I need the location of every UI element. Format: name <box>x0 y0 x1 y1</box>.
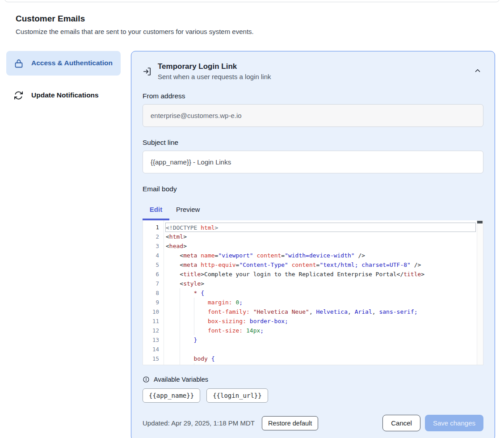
available-variables-label: Available Variables <box>154 376 208 383</box>
panel-subtitle: Sent when a user requests a login link <box>158 73 466 80</box>
editor-gutter: 12345678910111213141516 <box>143 220 164 365</box>
line-number: 4 <box>143 251 164 260</box>
email-body-label: Email body <box>143 185 483 193</box>
line-number: 9 <box>143 298 164 307</box>
refresh-icon <box>13 90 24 101</box>
line-number: 5 <box>143 260 164 270</box>
panel-header: Temporary Login Link Sent when a user re… <box>143 62 483 80</box>
page-description: Customize the emails that are sent to yo… <box>16 28 504 35</box>
chevron-up-icon <box>474 69 482 76</box>
cancel-button[interactable]: Cancel <box>382 415 420 431</box>
line-number: 7 <box>143 279 164 288</box>
line-number: 12 <box>143 326 164 335</box>
editor-scrollbar[interactable] <box>477 220 483 365</box>
code-line: <meta http-equiv="Content-Type" content=… <box>166 260 476 270</box>
line-number: 2 <box>143 232 164 241</box>
editor-code[interactable]: <!DOCTYPE html><html><head> <meta name="… <box>164 220 483 365</box>
previous-card-bottom-edge <box>4 0 500 2</box>
panel-header-text: Temporary Login Link Sent when a user re… <box>158 62 466 80</box>
tab-preview[interactable]: Preview <box>169 201 206 220</box>
code-line: <meta name="viewport" content="width=dev… <box>166 251 476 260</box>
panel-title: Temporary Login Link <box>158 62 466 71</box>
line-number: 11 <box>143 316 164 326</box>
variable-chips: {{app_name}}{{login_url}} <box>143 388 483 403</box>
sidebar: Access & AuthenticationUpdate Notificati… <box>6 51 121 108</box>
subject-line-label: Subject line <box>143 139 483 147</box>
line-number: 13 <box>143 335 164 345</box>
email-settings-panel: Temporary Login Link Sent when a user re… <box>131 51 495 438</box>
line-number: 1 <box>143 223 164 232</box>
code-line: <!DOCTYPE html> <box>165 223 476 232</box>
tab-edit[interactable]: Edit <box>143 201 169 220</box>
page-title: Customer Emails <box>16 14 504 24</box>
variable-chip[interactable]: {{login_url}} <box>206 388 268 403</box>
login-icon <box>143 67 152 76</box>
sidebar-item-access-authentication[interactable]: Access & Authentication <box>6 51 121 76</box>
line-number: 8 <box>143 288 164 298</box>
code-line: box-sizing: border-box; <box>166 316 476 326</box>
line-number: 15 <box>143 354 164 363</box>
code-line: <html> <box>166 232 476 241</box>
code-line: body { <box>166 354 476 363</box>
lock-icon <box>13 58 24 69</box>
from-address-input <box>143 104 483 127</box>
content-area: Access & AuthenticationUpdate Notificati… <box>0 51 504 438</box>
subject-line-input[interactable] <box>143 151 483 173</box>
editor-scrollbar-thumb[interactable] <box>477 221 483 223</box>
panel-footer: Updated: Apr 29, 2025, 1:18 PM MDT Resto… <box>143 415 483 431</box>
info-icon <box>143 376 150 383</box>
line-number: 3 <box>143 241 164 251</box>
line-number: 14 <box>143 345 164 354</box>
updated-timestamp: Updated: Apr 29, 2025, 1:18 PM MDT <box>143 419 255 427</box>
code-line: margin: 0; <box>166 298 476 307</box>
sidebar-item-label: Update Notifications <box>31 90 99 101</box>
code-line: background-color: #f6f6f6; <box>166 363 476 365</box>
code-editor[interactable]: 12345678910111213141516 <!DOCTYPE html><… <box>143 220 483 365</box>
code-line: font-family: "Helvetica Neue", Helvetica… <box>166 307 476 316</box>
code-line: font-size: 14px; <box>166 326 476 335</box>
code-line <box>166 345 476 354</box>
line-number: 16 <box>143 363 164 365</box>
sidebar-item-label: Access & Authentication <box>31 58 113 68</box>
code-line: * { <box>166 288 476 298</box>
line-number: 6 <box>143 270 164 279</box>
line-number: 10 <box>143 307 164 316</box>
restore-default-button[interactable]: Restore default <box>262 416 318 430</box>
from-address-label: From address <box>143 92 483 100</box>
code-line: <title>Complete your login to the Replic… <box>166 270 476 279</box>
variable-chip[interactable]: {{app_name}} <box>143 388 200 403</box>
save-changes-button[interactable]: Save changes <box>425 415 483 431</box>
code-line: } <box>166 335 476 345</box>
sidebar-item-update-notifications[interactable]: Update Notifications <box>6 83 121 108</box>
editor-tabs: EditPreview <box>143 201 483 220</box>
collapse-button[interactable] <box>472 65 483 78</box>
code-line: <head> <box>166 241 476 251</box>
available-variables-header: Available Variables <box>143 376 483 383</box>
code-line: <style> <box>166 279 476 288</box>
